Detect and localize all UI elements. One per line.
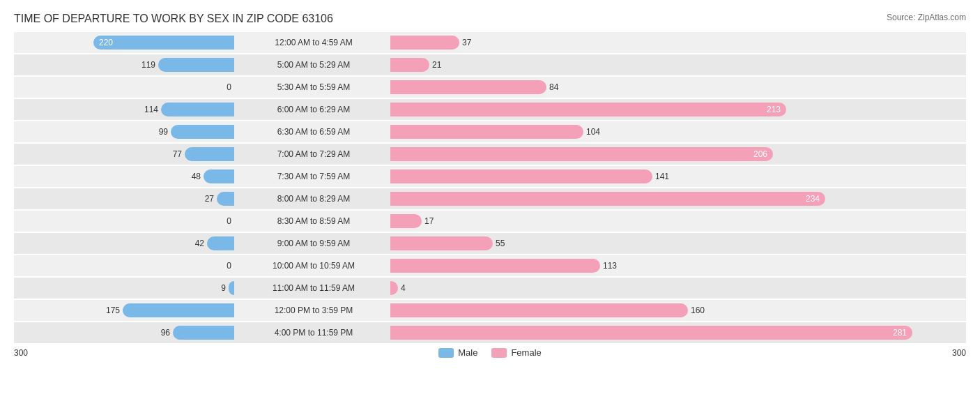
left-section: 9 [14,278,237,299]
time-label: 11:00 AM to 11:59 AM [237,283,390,293]
male-bar [217,192,234,206]
time-label: 7:00 AM to 7:29 AM [237,149,390,159]
time-label: 8:00 AM to 8:29 AM [237,194,390,204]
female-value: 141 [655,172,680,181]
time-label: 10:00 AM to 10:59 AM [237,261,390,271]
female-value: 160 [691,305,716,315]
bar-row: 119 5:00 AM to 5:29 AM 21 [14,54,966,75]
male-bar [229,281,234,295]
left-bar-wrap: 114 [14,103,234,116]
female-value: 55 [496,239,521,248]
male-value: 0 [209,261,231,271]
legend-male-box [438,348,454,358]
left-section: 42 [14,233,237,254]
male-value: 96 [148,328,170,338]
male-value: 99 [146,127,168,137]
female-bar [390,125,583,139]
right-bar-wrap: 206 [390,147,966,161]
female-bar [390,36,459,50]
female-value: 84 [549,82,574,92]
female-value: 17 [424,216,450,226]
left-bar-wrap: 48 [14,169,234,183]
left-section: 77 [14,144,237,165]
time-label: 8:30 AM to 8:59 AM [237,216,390,226]
female-bar [390,259,600,273]
time-label: 5:00 AM to 5:29 AM [237,60,390,70]
male-value: 77 [160,149,182,159]
legend: Male Female [438,347,542,358]
male-value: 114 [136,105,158,114]
male-bar [123,303,234,317]
right-section: 281 [390,322,966,343]
right-bar-wrap: 160 [390,303,966,317]
right-section: 104 [390,121,966,142]
left-bar-wrap: 175 [14,303,234,317]
time-label: 12:00 PM to 3:59 PM [237,305,390,315]
right-section: 141 [390,166,966,187]
male-bar [161,103,234,116]
legend-male-label: Male [458,347,477,358]
male-value: 48 [178,172,201,181]
male-value: 0 [209,216,231,226]
time-label: 7:30 AM to 7:59 AM [237,172,390,181]
left-section: 114 [14,99,237,120]
right-section: 84 [390,77,966,98]
bar-row: 77 7:00 AM to 7:29 AM 206 [14,144,966,165]
left-section: 96 [14,322,237,343]
male-bar [171,125,234,139]
right-section: 206 [390,144,966,165]
left-bar-wrap: 119 [14,58,234,72]
female-bar [390,214,422,228]
left-bar-wrap: 0 [14,214,234,228]
footer-left-value: 300 [14,348,42,358]
female-bar: 281 [390,326,912,340]
right-bar-wrap: 84 [390,80,966,94]
time-label: 9:00 AM to 9:59 AM [237,239,390,248]
bar-row: 114 6:00 AM to 6:29 AM 213 [14,99,966,120]
female-bar: 206 [390,147,773,161]
female-bar [390,236,493,250]
left-bar-wrap: 99 [14,125,234,139]
time-label: 6:00 AM to 6:29 AM [237,105,390,114]
right-bar-wrap: 234 [390,192,966,206]
bar-row: 96 4:00 PM to 11:59 PM 281 [14,322,966,343]
female-bar [390,303,688,317]
left-bar-wrap: 0 [14,259,234,273]
right-section: 234 [390,188,966,209]
bar-row: 42 9:00 AM to 9:59 AM 55 [14,233,966,254]
left-section: 175 [14,300,237,321]
right-bar-wrap: 113 [390,259,966,273]
right-section: 21 [390,54,966,75]
male-value: 0 [209,82,231,92]
right-bar-wrap: 21 [390,58,966,72]
time-label: 6:30 AM to 6:59 AM [237,127,390,137]
female-bar [390,58,429,72]
legend-female-box [491,348,507,358]
left-bar-wrap: 27 [14,192,234,206]
left-section: 27 [14,188,237,209]
bar-row: 0 10:00 AM to 10:59 AM 113 [14,255,966,276]
left-section: 220 [14,32,237,53]
right-bar-wrap: 4 [390,281,966,295]
female-value: 113 [603,261,628,271]
right-bar-wrap: 17 [390,214,966,228]
right-section: 113 [390,255,966,276]
bar-row: 0 8:30 AM to 8:59 AM 17 [14,211,966,232]
male-value-inside: 220 [99,38,113,47]
male-bar [185,147,234,161]
left-section: 119 [14,54,237,75]
bar-row: 0 5:30 AM to 5:59 AM 84 [14,77,966,98]
male-value: 42 [182,239,204,248]
female-value-inside: 281 [893,328,907,338]
female-bar [390,169,652,183]
left-bar-wrap: 96 [14,326,234,340]
right-section: 17 [390,211,966,232]
bar-row: 27 8:00 AM to 8:29 AM 234 [14,188,966,209]
right-bar-wrap: 55 [390,236,966,250]
female-value-inside: 213 [767,105,781,114]
left-section: 48 [14,166,237,187]
male-bar [173,326,234,340]
right-section: 37 [390,32,966,53]
female-value-inside: 206 [753,149,767,159]
left-section: 0 [14,211,237,232]
